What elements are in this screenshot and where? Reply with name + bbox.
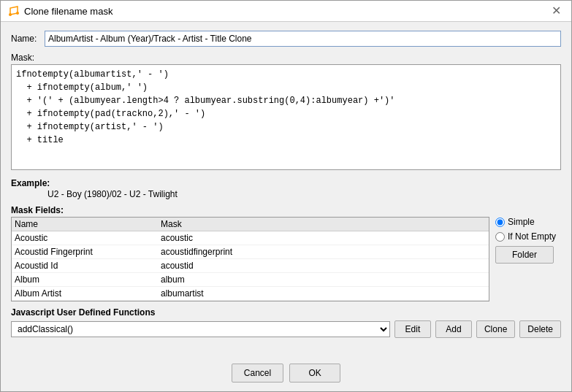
jsudf-label: Javascript User Defined Functions bbox=[11, 307, 561, 318]
cancel-button[interactable]: Cancel bbox=[232, 364, 283, 383]
row-name: Album Artist bbox=[15, 288, 161, 299]
row-mask: acoustidfingerprint bbox=[161, 247, 232, 257]
svg-point-2 bbox=[16, 12, 19, 15]
jsudf-select[interactable]: addClassical() bbox=[11, 321, 390, 337]
mask-fields-body: Name Mask Acoustic acoustic Acoustid Fin… bbox=[11, 217, 561, 301]
svg-point-1 bbox=[9, 13, 12, 16]
clone-button[interactable]: Clone bbox=[476, 320, 515, 338]
row-mask: acoustid bbox=[161, 261, 194, 271]
radio-buttons-panel: Simple If Not Empty Folder bbox=[495, 217, 561, 301]
col-name: Name bbox=[15, 219, 161, 229]
mask-label: Mask: bbox=[11, 53, 561, 63]
table-rows-wrapper[interactable]: Acoustic acoustic Acoustid Fingerprint a… bbox=[12, 231, 489, 301]
mask-fields-section: Mask Fields: Name Mask Acoustic acoustic… bbox=[11, 205, 561, 301]
close-button[interactable]: ✕ bbox=[549, 5, 564, 17]
clone-filename-mask-dialog: Clone filename mask ✕ Name: Mask: Exampl… bbox=[0, 0, 572, 392]
table-row[interactable]: Acoustic acoustic bbox=[12, 231, 489, 245]
example-label: Example: bbox=[11, 178, 561, 188]
row-name: Acoustid Fingerprint bbox=[15, 247, 161, 257]
row-mask: album bbox=[161, 274, 185, 285]
if-not-empty-radio-row: If Not Empty bbox=[495, 231, 561, 242]
simple-radio-label: Simple bbox=[508, 217, 535, 227]
dialog-title: Clone filename mask bbox=[24, 6, 113, 17]
name-label: Name: bbox=[11, 34, 40, 44]
if-not-empty-radio[interactable] bbox=[495, 232, 505, 242]
simple-radio-row: Simple bbox=[495, 217, 561, 227]
bottom-bar: Cancel OK bbox=[1, 358, 571, 391]
table-row[interactable]: Album album bbox=[12, 273, 489, 287]
music-icon bbox=[8, 5, 20, 17]
table-row[interactable]: Acoustid Fingerprint acoustidfingerprint bbox=[12, 245, 489, 259]
if-not-empty-radio-label: If Not Empty bbox=[508, 231, 556, 242]
mask-textarea-wrapper bbox=[11, 64, 561, 172]
edit-button[interactable]: Edit bbox=[394, 320, 431, 338]
delete-button[interactable]: Delete bbox=[519, 320, 561, 338]
title-bar: Clone filename mask ✕ bbox=[1, 1, 571, 22]
jsudf-row: addClassical() Edit Add Clone Delete bbox=[11, 320, 561, 338]
name-input[interactable] bbox=[45, 31, 561, 47]
mask-fields-label: Mask Fields: bbox=[11, 205, 561, 215]
ok-button[interactable]: OK bbox=[289, 364, 340, 383]
mask-textarea[interactable] bbox=[11, 64, 561, 170]
example-section: Example: U2 - Boy (1980)/02 - U2 - Twili… bbox=[11, 178, 561, 199]
row-name: Album bbox=[15, 274, 161, 285]
row-mask: albumartist bbox=[161, 288, 204, 299]
add-button[interactable]: Add bbox=[435, 320, 472, 338]
folder-button[interactable]: Folder bbox=[495, 246, 554, 264]
table-header: Name Mask bbox=[12, 218, 489, 231]
table-row[interactable]: Acoustid Id acoustid bbox=[12, 259, 489, 273]
jsudf-section: Javascript User Defined Functions addCla… bbox=[11, 307, 561, 338]
simple-radio[interactable] bbox=[495, 218, 505, 227]
table-row[interactable]: Album Artist albumartist bbox=[12, 287, 489, 301]
row-name: Acoustid Id bbox=[15, 261, 161, 271]
title-bar-left: Clone filename mask bbox=[8, 5, 113, 17]
row-name: Acoustic bbox=[15, 233, 161, 243]
col-mask: Mask bbox=[161, 219, 182, 229]
mask-fields-table: Name Mask Acoustic acoustic Acoustid Fin… bbox=[11, 217, 489, 301]
dialog-content: Name: Mask: Example: U2 - Boy (1980)/02 … bbox=[1, 22, 571, 358]
example-value: U2 - Boy (1980)/02 - U2 - Twilight bbox=[11, 189, 561, 199]
row-mask: acoustic bbox=[161, 233, 193, 243]
name-row: Name: bbox=[11, 31, 561, 47]
mask-section: Mask: bbox=[11, 53, 561, 172]
